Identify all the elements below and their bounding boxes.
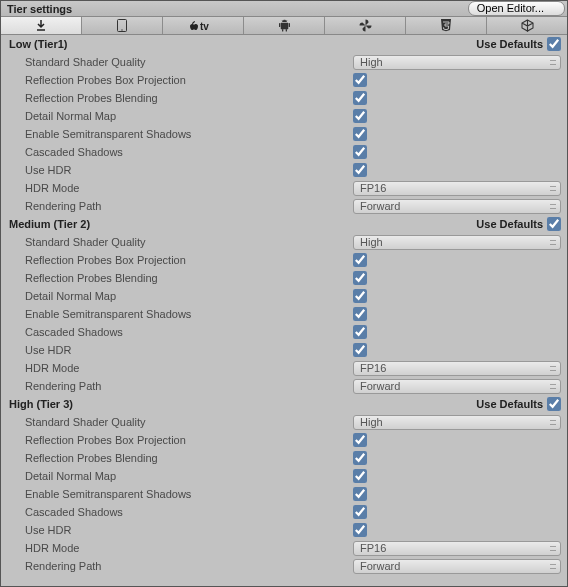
setting-label: Standard Shader Quality	[25, 416, 353, 428]
detail-normal-map-checkbox[interactable]	[353, 109, 367, 123]
use-defaults-label: Use Defaults	[476, 218, 543, 230]
setting-label: Reflection Probes Blending	[25, 272, 353, 284]
setting-control	[353, 109, 561, 123]
hdr-mode-dropdown[interactable]: FP16	[353, 541, 561, 556]
tier-title: High (Tier 3)	[9, 398, 476, 410]
setting-control	[353, 145, 561, 159]
reflection-probes-blending-checkbox[interactable]	[353, 91, 367, 105]
standard-shader-quality-dropdown[interactable]: High	[353, 235, 561, 250]
setting-label: Reflection Probes Box Projection	[25, 254, 353, 266]
setting-row: Standard Shader QualityHigh	[1, 53, 567, 71]
platform-tab-tablet[interactable]	[82, 17, 163, 34]
setting-row: Reflection Probes Box Projection	[1, 251, 567, 269]
use-defaults-checkbox[interactable]	[547, 217, 561, 231]
use-defaults-label: Use Defaults	[476, 38, 543, 50]
setting-control	[353, 253, 561, 267]
platform-tab-pinwheel[interactable]	[325, 17, 406, 34]
setting-row: Detail Normal Map	[1, 467, 567, 485]
reflection-probes-box-projection-checkbox[interactable]	[353, 253, 367, 267]
platform-tab-cube[interactable]	[487, 17, 567, 34]
tier-settings-panel: Tier settings Open Editor... tv	[0, 0, 568, 587]
platform-tab-html5[interactable]	[406, 17, 487, 34]
tablet-icon	[117, 19, 127, 32]
setting-row: Use HDR	[1, 341, 567, 359]
setting-control: FP16	[353, 361, 561, 376]
tier-header: Medium (Tier 2)Use Defaults	[1, 215, 567, 233]
setting-row: Enable Semitransparent Shadows	[1, 125, 567, 143]
setting-row: Reflection Probes Blending	[1, 269, 567, 287]
detail-normal-map-checkbox[interactable]	[353, 289, 367, 303]
setting-control	[353, 433, 561, 447]
setting-row: Detail Normal Map	[1, 287, 567, 305]
setting-row: Reflection Probes Box Projection	[1, 71, 567, 89]
cascaded-shadows-checkbox[interactable]	[353, 505, 367, 519]
setting-label: Cascaded Shadows	[25, 506, 353, 518]
setting-label: Reflection Probes Box Projection	[25, 434, 353, 446]
reflection-probes-blending-checkbox[interactable]	[353, 451, 367, 465]
cascaded-shadows-checkbox[interactable]	[353, 145, 367, 159]
use-hdr-checkbox[interactable]	[353, 343, 367, 357]
enable-semitransparent-shadows-checkbox[interactable]	[353, 307, 367, 321]
setting-control	[353, 523, 561, 537]
setting-control	[353, 307, 561, 321]
detail-normal-map-checkbox[interactable]	[353, 469, 367, 483]
tiers-scroll-area[interactable]: Low (Tier1)Use DefaultsStandard Shader Q…	[1, 35, 567, 586]
panel-title: Tier settings	[3, 3, 72, 15]
setting-control: Forward	[353, 199, 561, 214]
use-hdr-checkbox[interactable]	[353, 163, 367, 177]
rendering-path-dropdown[interactable]: Forward	[353, 559, 561, 574]
setting-row: Use HDR	[1, 161, 567, 179]
setting-control	[353, 505, 561, 519]
platform-tab-appletv[interactable]: tv	[163, 17, 244, 34]
platform-tab-strip: tv	[1, 17, 567, 35]
setting-control	[353, 451, 561, 465]
setting-label: HDR Mode	[25, 542, 353, 554]
hdr-mode-dropdown[interactable]: FP16	[353, 181, 561, 196]
setting-control	[353, 91, 561, 105]
setting-control: High	[353, 55, 561, 70]
standard-shader-quality-dropdown[interactable]: High	[353, 415, 561, 430]
setting-control: High	[353, 235, 561, 250]
setting-control: Forward	[353, 379, 561, 394]
setting-row: Rendering PathForward	[1, 557, 567, 575]
setting-row: Cascaded Shadows	[1, 143, 567, 161]
cascaded-shadows-checkbox[interactable]	[353, 325, 367, 339]
enable-semitransparent-shadows-checkbox[interactable]	[353, 127, 367, 141]
standard-shader-quality-dropdown[interactable]: High	[353, 55, 561, 70]
setting-control	[353, 127, 561, 141]
reflection-probes-box-projection-checkbox[interactable]	[353, 433, 367, 447]
setting-control: FP16	[353, 541, 561, 556]
use-defaults-label: Use Defaults	[476, 398, 543, 410]
setting-row: Enable Semitransparent Shadows	[1, 305, 567, 323]
platform-tab-android[interactable]	[244, 17, 325, 34]
setting-label: Detail Normal Map	[25, 470, 353, 482]
setting-label: Standard Shader Quality	[25, 236, 353, 248]
open-editor-button[interactable]: Open Editor...	[468, 1, 565, 16]
use-hdr-checkbox[interactable]	[353, 523, 367, 537]
setting-control	[353, 487, 561, 501]
platform-tab-download[interactable]	[1, 17, 82, 34]
setting-row: Cascaded Shadows	[1, 503, 567, 521]
svg-text:tv: tv	[200, 21, 209, 32]
setting-control	[353, 289, 561, 303]
svg-point-1	[121, 29, 122, 30]
svg-rect-3	[279, 23, 280, 27]
use-defaults-checkbox[interactable]	[547, 397, 561, 411]
enable-semitransparent-shadows-checkbox[interactable]	[353, 487, 367, 501]
hdr-mode-dropdown[interactable]: FP16	[353, 361, 561, 376]
setting-label: Detail Normal Map	[25, 110, 353, 122]
tier-header: Low (Tier1)Use Defaults	[1, 35, 567, 53]
use-defaults-checkbox[interactable]	[547, 37, 561, 51]
rendering-path-dropdown[interactable]: Forward	[353, 199, 561, 214]
setting-control	[353, 73, 561, 87]
setting-label: Reflection Probes Blending	[25, 452, 353, 464]
setting-label: Enable Semitransparent Shadows	[25, 308, 353, 320]
setting-row: HDR ModeFP16	[1, 359, 567, 377]
setting-row: Enable Semitransparent Shadows	[1, 485, 567, 503]
reflection-probes-blending-checkbox[interactable]	[353, 271, 367, 285]
setting-row: Reflection Probes Box Projection	[1, 431, 567, 449]
panel-header: Tier settings Open Editor...	[1, 1, 567, 17]
reflection-probes-box-projection-checkbox[interactable]	[353, 73, 367, 87]
rendering-path-dropdown[interactable]: Forward	[353, 379, 561, 394]
cube-icon	[521, 19, 534, 32]
